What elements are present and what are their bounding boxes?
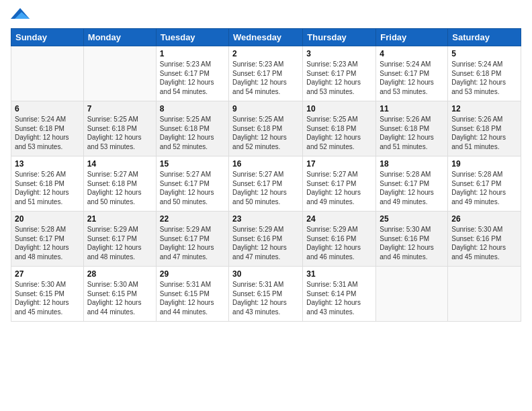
day-info: Sunrise: 5:30 AMSunset: 6:15 PMDaylight:… [87,280,152,316]
day-number: 13 [15,159,80,169]
day-number: 11 [380,104,444,113]
calendar-cell: 1Sunrise: 5:23 AMSunset: 6:17 PMDaylight… [156,46,228,101]
day-info: Sunrise: 5:30 AMSunset: 6:15 PMDaylight:… [15,280,80,316]
day-number: 7 [87,104,152,113]
day-number: 31 [306,269,372,279]
day-info: Sunrise: 5:30 AMSunset: 6:16 PMDaylight:… [451,225,517,261]
day-number: 27 [15,269,80,279]
day-info: Sunrise: 5:31 AMSunset: 6:15 PMDaylight:… [232,280,299,316]
calendar-cell: 17Sunrise: 5:27 AMSunset: 6:17 PMDayligh… [303,156,376,212]
calendar-cell: 28Sunrise: 5:30 AMSunset: 6:15 PMDayligh… [83,267,156,322]
header [11,8,521,23]
day-number: 18 [380,159,444,169]
day-info: Sunrise: 5:30 AMSunset: 6:16 PMDaylight:… [380,225,444,261]
calendar-table: SundayMondayTuesdayWednesdayThursdayFrid… [11,28,521,322]
calendar-cell: 14Sunrise: 5:27 AMSunset: 6:18 PMDayligh… [83,156,156,212]
calendar-cell: 3Sunrise: 5:23 AMSunset: 6:17 PMDaylight… [303,46,376,101]
day-info: Sunrise: 5:27 AMSunset: 6:17 PMDaylight:… [232,170,299,206]
logo-icon [11,7,30,21]
calendar-cell: 19Sunrise: 5:28 AMSunset: 6:17 PMDayligh… [448,156,521,212]
page: SundayMondayTuesdayWednesdayThursdayFrid… [0,0,532,411]
day-of-week-monday: Monday [83,29,156,46]
day-of-week-wednesday: Wednesday [229,29,303,46]
calendar-cell [448,267,521,322]
calendar-cell: 12Sunrise: 5:26 AMSunset: 6:18 PMDayligh… [448,101,521,156]
day-of-week-sunday: Sunday [11,29,84,46]
day-number: 9 [232,104,299,113]
day-number: 2 [232,49,299,58]
calendar-cell: 20Sunrise: 5:28 AMSunset: 6:17 PMDayligh… [11,212,84,267]
day-number: 26 [451,214,517,224]
day-number: 8 [160,104,225,113]
day-of-week-friday: Friday [376,29,448,46]
calendar-cell: 10Sunrise: 5:25 AMSunset: 6:18 PMDayligh… [303,101,376,156]
day-info: Sunrise: 5:29 AMSunset: 6:16 PMDaylight:… [232,225,299,261]
calendar-header-row: SundayMondayTuesdayWednesdayThursdayFrid… [11,29,521,46]
calendar-cell: 30Sunrise: 5:31 AMSunset: 6:15 PMDayligh… [229,267,303,322]
day-of-week-thursday: Thursday [303,29,376,46]
day-number: 19 [451,159,517,169]
day-info: Sunrise: 5:28 AMSunset: 6:17 PMDaylight:… [15,225,80,261]
day-number: 3 [306,49,372,58]
day-number: 23 [232,214,299,224]
calendar-cell: 2Sunrise: 5:23 AMSunset: 6:17 PMDaylight… [229,46,303,101]
day-info: Sunrise: 5:26 AMSunset: 6:18 PMDaylight:… [15,170,80,206]
calendar-cell: 15Sunrise: 5:27 AMSunset: 6:17 PMDayligh… [156,156,228,212]
day-info: Sunrise: 5:27 AMSunset: 6:17 PMDaylight:… [306,170,372,206]
day-info: Sunrise: 5:25 AMSunset: 6:18 PMDaylight:… [87,115,152,151]
day-number: 6 [15,104,80,113]
calendar-cell [376,267,448,322]
day-info: Sunrise: 5:28 AMSunset: 6:17 PMDaylight:… [380,170,444,206]
day-number: 12 [451,104,517,113]
day-info: Sunrise: 5:25 AMSunset: 6:18 PMDaylight:… [232,115,299,151]
day-number: 4 [380,49,444,58]
calendar-cell: 7Sunrise: 5:25 AMSunset: 6:18 PMDaylight… [83,101,156,156]
day-info: Sunrise: 5:24 AMSunset: 6:18 PMDaylight:… [451,60,517,96]
logo [11,8,32,23]
day-number: 24 [306,214,372,224]
calendar-cell [11,46,84,101]
day-of-week-tuesday: Tuesday [156,29,228,46]
calendar-week-row: 13Sunrise: 5:26 AMSunset: 6:18 PMDayligh… [11,156,521,212]
day-info: Sunrise: 5:31 AMSunset: 6:14 PMDaylight:… [306,280,372,316]
calendar-cell: 11Sunrise: 5:26 AMSunset: 6:18 PMDayligh… [376,101,448,156]
day-info: Sunrise: 5:24 AMSunset: 6:18 PMDaylight:… [15,115,80,151]
day-info: Sunrise: 5:25 AMSunset: 6:18 PMDaylight:… [160,115,225,151]
day-number: 20 [15,214,80,224]
day-info: Sunrise: 5:23 AMSunset: 6:17 PMDaylight:… [160,60,225,96]
calendar-cell: 26Sunrise: 5:30 AMSunset: 6:16 PMDayligh… [448,212,521,267]
day-info: Sunrise: 5:25 AMSunset: 6:18 PMDaylight:… [306,115,372,151]
calendar-cell: 23Sunrise: 5:29 AMSunset: 6:16 PMDayligh… [229,212,303,267]
calendar-week-row: 1Sunrise: 5:23 AMSunset: 6:17 PMDaylight… [11,46,521,101]
calendar-cell: 21Sunrise: 5:29 AMSunset: 6:17 PMDayligh… [83,212,156,267]
calendar-week-row: 6Sunrise: 5:24 AMSunset: 6:18 PMDaylight… [11,101,521,156]
day-info: Sunrise: 5:29 AMSunset: 6:17 PMDaylight:… [87,225,152,261]
calendar-cell: 13Sunrise: 5:26 AMSunset: 6:18 PMDayligh… [11,156,84,212]
calendar-cell: 27Sunrise: 5:30 AMSunset: 6:15 PMDayligh… [11,267,84,322]
calendar-cell: 16Sunrise: 5:27 AMSunset: 6:17 PMDayligh… [229,156,303,212]
day-number: 30 [232,269,299,279]
day-info: Sunrise: 5:27 AMSunset: 6:17 PMDaylight:… [160,170,225,206]
calendar-cell [83,46,156,101]
day-number: 15 [160,159,225,169]
day-number: 21 [87,214,152,224]
day-number: 25 [380,214,444,224]
calendar-cell: 31Sunrise: 5:31 AMSunset: 6:14 PMDayligh… [303,267,376,322]
day-info: Sunrise: 5:26 AMSunset: 6:18 PMDaylight:… [451,115,517,151]
day-info: Sunrise: 5:31 AMSunset: 6:15 PMDaylight:… [160,280,225,316]
calendar-week-row: 20Sunrise: 5:28 AMSunset: 6:17 PMDayligh… [11,212,521,267]
day-number: 1 [160,49,225,58]
calendar-week-row: 27Sunrise: 5:30 AMSunset: 6:15 PMDayligh… [11,267,521,322]
day-number: 22 [160,214,225,224]
day-number: 14 [87,159,152,169]
day-info: Sunrise: 5:26 AMSunset: 6:18 PMDaylight:… [380,115,444,151]
day-info: Sunrise: 5:24 AMSunset: 6:17 PMDaylight:… [380,60,444,96]
day-info: Sunrise: 5:27 AMSunset: 6:18 PMDaylight:… [87,170,152,206]
calendar-cell: 29Sunrise: 5:31 AMSunset: 6:15 PMDayligh… [156,267,228,322]
day-of-week-saturday: Saturday [448,29,521,46]
day-info: Sunrise: 5:23 AMSunset: 6:17 PMDaylight:… [306,60,372,96]
calendar-cell: 8Sunrise: 5:25 AMSunset: 6:18 PMDaylight… [156,101,228,156]
calendar-cell: 4Sunrise: 5:24 AMSunset: 6:17 PMDaylight… [376,46,448,101]
day-info: Sunrise: 5:29 AMSunset: 6:17 PMDaylight:… [160,225,225,261]
calendar-cell: 25Sunrise: 5:30 AMSunset: 6:16 PMDayligh… [376,212,448,267]
